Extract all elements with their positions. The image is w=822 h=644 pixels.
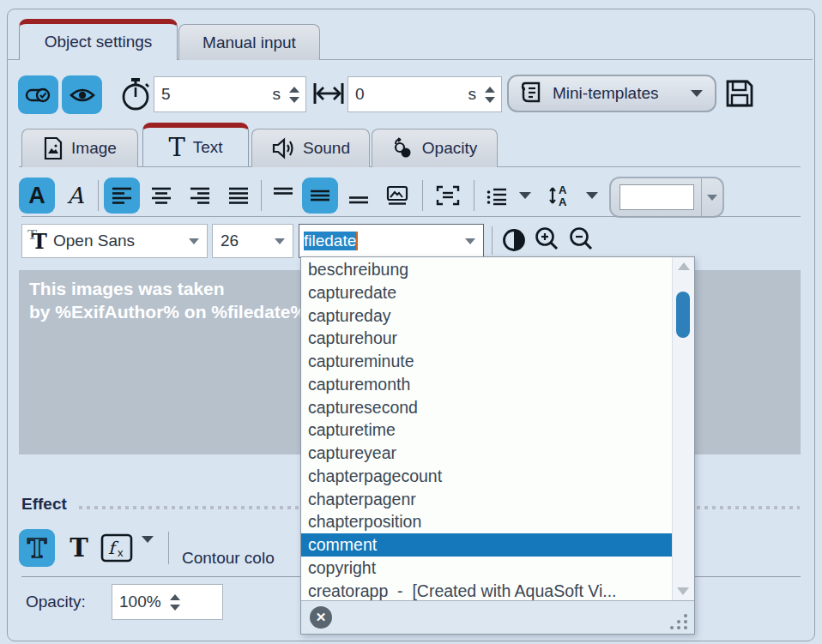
tab-manual-input-label: Manual input [202, 33, 296, 52]
list-item[interactable]: captureminute [301, 350, 673, 373]
toolbar-separator [261, 180, 262, 211]
svg-text:A: A [559, 184, 567, 196]
list-item[interactable]: chapterpagecount [301, 465, 673, 488]
text-effect-outline-button[interactable]: T [19, 529, 55, 567]
align-right-button[interactable] [182, 178, 218, 214]
tab-manual-input[interactable]: Manual input [178, 24, 320, 60]
svg-text:A: A [559, 196, 567, 208]
justify-button[interactable] [221, 178, 257, 214]
tab-text-label: Text [193, 138, 223, 157]
valign-top-icon [272, 185, 294, 206]
italic-button[interactable]: A [58, 178, 93, 214]
list-item[interactable]: chapterpagenr [301, 488, 673, 511]
scrollbar[interactable] [672, 257, 694, 600]
bullet-list-button[interactable] [481, 178, 513, 214]
toggle-check-icon [25, 86, 52, 105]
opacity-value: 100% [112, 593, 161, 611]
duration-unit: s [273, 85, 281, 104]
svg-text:x: x [118, 546, 124, 559]
tab-object-settings[interactable]: Object settings [19, 19, 178, 60]
bold-button[interactable]: A [19, 178, 55, 214]
list-item-selected[interactable]: comment [301, 533, 673, 557]
tab-text[interactable]: T Text [142, 123, 249, 166]
resize-grip[interactable] [670, 614, 687, 629]
list-item[interactable]: chapterposition [301, 510, 673, 533]
tab-opacity[interactable]: Opacity [372, 129, 498, 167]
contrast-button[interactable] [501, 226, 527, 254]
speaker-icon [271, 137, 295, 159]
opacity-icon [392, 137, 414, 159]
toolbar-separator [422, 180, 423, 211]
zoom-in-button[interactable] [533, 226, 562, 255]
close-icon: ✕ [316, 610, 327, 625]
bold-icon: A [28, 183, 45, 209]
offset-spinner[interactable] [485, 87, 495, 103]
text-effect-dropdown[interactable] [142, 543, 154, 558]
list-item[interactable]: capturehour [301, 327, 673, 350]
color-swatch[interactable] [620, 184, 694, 210]
bullet-list-dropdown[interactable] [513, 178, 537, 214]
font-family-combo[interactable]: TT Open Sans [21, 224, 208, 258]
list-item[interactable]: capturetime [301, 418, 673, 442]
eye-icon [70, 86, 95, 105]
align-center-button[interactable] [143, 178, 179, 214]
list-item[interactable]: capturedate [301, 281, 673, 304]
variable-combo[interactable]: filedate [299, 224, 484, 258]
align-right-icon [189, 185, 211, 206]
align-left-button[interactable] [104, 178, 140, 214]
duration-spinner[interactable] [289, 87, 299, 103]
tab-sound-label: Sound [303, 139, 350, 158]
list-item[interactable]: beschreibung [301, 258, 673, 281]
effect-section-title: Effect [21, 495, 67, 514]
text-effect-fx-button[interactable]: f x [100, 532, 134, 564]
tab-sound[interactable]: Sound [251, 129, 370, 167]
valign-bottom-button[interactable] [341, 178, 376, 214]
line-spacing-dropdown[interactable] [580, 178, 604, 214]
scroll-down-icon[interactable] [677, 587, 689, 595]
svg-text:T: T [27, 533, 47, 563]
zoom-out-button[interactable] [567, 226, 596, 255]
outline-T-icon: T [24, 533, 50, 563]
font-color-picker[interactable] [609, 177, 724, 218]
list-item[interactable]: captureyear [301, 442, 673, 465]
toolbar-separator [474, 180, 474, 211]
scroll-up-icon[interactable] [678, 262, 690, 270]
list-item[interactable]: capturesecond [301, 396, 673, 419]
offset-width-icon [311, 80, 346, 107]
mini-templates-label: Mini-templates [553, 84, 659, 103]
text-effect-plain-button[interactable]: T [62, 530, 96, 566]
valign-top-button[interactable] [266, 178, 300, 214]
fx-icon: f x [100, 532, 134, 564]
opacity-spinner[interactable] [170, 594, 180, 611]
opacity-input[interactable]: 100% [112, 584, 223, 620]
variable-caret-icon [465, 238, 475, 244]
close-button[interactable]: ✕ [310, 606, 332, 629]
offset-input[interactable]: 0 s [348, 76, 502, 112]
mini-templates-button[interactable]: Mini-templates [507, 75, 716, 112]
background-image-button[interactable] [378, 178, 416, 214]
fit-text-button[interactable] [428, 178, 468, 214]
font-size-combo[interactable]: 26 [212, 224, 293, 258]
template-scroll-icon [520, 81, 542, 106]
line-spacing-button[interactable]: A A [542, 178, 578, 214]
list-item[interactable]: capturemonth [301, 373, 673, 396]
text-effect-caret-icon [142, 536, 154, 557]
save-button[interactable] [723, 77, 756, 110]
enable-toggle-button[interactable] [18, 75, 58, 114]
scrollbar-thumb[interactable] [676, 292, 690, 338]
list-item[interactable]: captureday [301, 304, 673, 328]
list-item[interactable]: creatorapp - [Created with AquaSoft Vi..… [301, 580, 673, 601]
tab-image[interactable]: Image [21, 129, 138, 167]
color-picker-dropdown[interactable] [702, 195, 722, 201]
variable-dropdown: beschreibung capturedate captureday capt… [300, 256, 695, 635]
save-icon [723, 77, 756, 110]
list-item[interactable]: copyright [301, 557, 673, 580]
duration-input[interactable]: 5 s [154, 76, 306, 112]
visibility-button[interactable] [62, 75, 102, 114]
valign-middle-button[interactable] [302, 178, 338, 214]
variable-list: beschreibung capturedate captureday capt… [301, 258, 673, 600]
dropdown-footer: ✕ [301, 600, 694, 634]
plain-T-icon: T [70, 533, 88, 563]
font-family-caret-icon [189, 238, 199, 244]
tab-object-settings-label: Object settings [45, 33, 153, 51]
